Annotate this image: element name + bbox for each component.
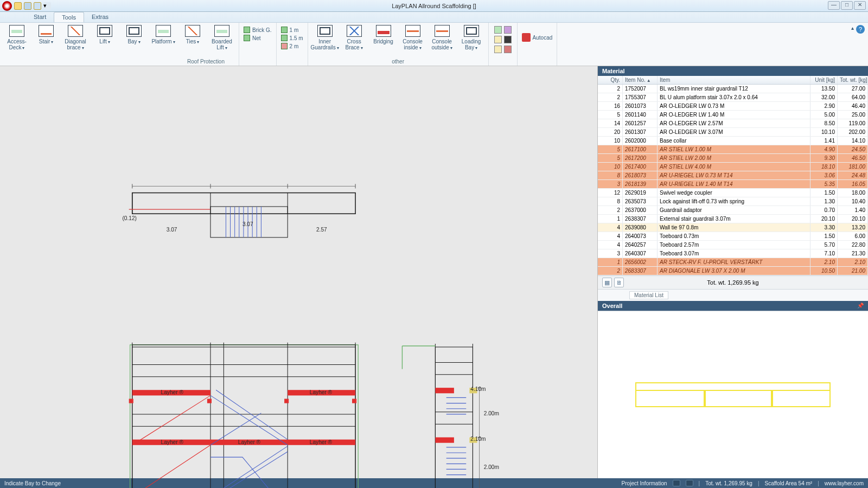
status-url[interactable]: www.layher.com	[825, 480, 864, 486]
plus-icon	[244, 35, 250, 41]
table-row[interactable]: 32618139AR U-RIEGEL LW 1.40 M T145.3516.…	[598, 180, 868, 189]
table-row[interactable]: 42640073Toeboard 0.73m1.506.00	[598, 232, 868, 241]
swatch-yellow2[interactable]	[494, 46, 502, 53]
minimize-button[interactable]: —	[828, 1, 840, 10]
table-row[interactable]: 202601307AR O-LEDGER LW 3.07M10.10202.00	[598, 128, 868, 137]
brick-g-button[interactable]: Brick G.	[242, 26, 273, 34]
col-unit[interactable]: Unit [kg]	[810, 76, 838, 84]
swatch-purple[interactable]	[504, 26, 512, 34]
overall-body[interactable]	[598, 311, 868, 478]
material-list-chip[interactable]: Material List	[629, 291, 668, 299]
tab-tools[interactable]: Tools	[54, 12, 84, 22]
ribbon-group-autocad: Autocad	[518, 23, 558, 66]
ribbon-group-roof: Access-DeckStairDiagonalbraceLiftBayPlat…	[0, 23, 239, 66]
table-row[interactable]: 102602000Base collar1.4114.10	[598, 137, 868, 145]
ribbon-bay[interactable]: Bay	[120, 24, 148, 57]
qat-dropdown-icon[interactable]: ▾	[43, 2, 51, 10]
close-button[interactable]: ✕	[854, 1, 866, 10]
ribbon-console-inside[interactable]: Consoleinside	[399, 24, 426, 57]
table-row[interactable]: 32640307Toeboard 3.07m7.1021.30	[598, 249, 868, 258]
col-qty[interactable]: Qty.	[598, 76, 623, 84]
swatch-green[interactable]	[494, 26, 502, 34]
ribbon-boarded-lift[interactable]: BoardedLift	[208, 24, 235, 57]
table-row[interactable]: 122629019Swivel wedge coupler1.5018.00	[598, 189, 868, 197]
help-icon[interactable]: ?	[856, 25, 865, 34]
table-row[interactable]: 21752007BL ws19mm inner stair guardrail …	[598, 85, 868, 93]
svg-rect-42	[129, 399, 133, 403]
table-row[interactable]: 12638307External stair guardrail 3.07m20…	[598, 215, 868, 223]
ribbon-console-outside[interactable]: Consoleoutside	[429, 24, 456, 57]
ribbon-group-label: Roof Protection	[187, 57, 225, 66]
swatch-black[interactable]	[504, 36, 512, 43]
pin-icon[interactable]: 📌	[857, 303, 864, 309]
material-header[interactable]: Qty. Item No.▲ Item Unit [kg] Tot. wt. […	[598, 76, 868, 85]
length-1-5m[interactable]: 1.5 m	[280, 34, 304, 42]
col-item[interactable]: Item	[658, 76, 810, 84]
tab-extras[interactable]: Extras	[84, 12, 116, 22]
table-row[interactable]: 21755307BL U alum platform stair 3.07x 2…	[598, 93, 868, 102]
app-icon[interactable]	[2, 1, 12, 11]
table-row[interactable]: 52617100AR STIEL LW 1.00 M4.9024.50	[598, 145, 868, 154]
tab-start[interactable]: Start	[26, 12, 54, 22]
length-1m[interactable]: 1 m	[280, 26, 304, 34]
table-row[interactable]: 42640257Toeboard 2.57m5.7022.80	[598, 241, 868, 249]
ribbon-loading-bay[interactable]: LoadingBay	[458, 24, 485, 57]
ribbon-bridging[interactable]: Bridging	[370, 24, 397, 57]
ribbon-inner-guardrails[interactable]: InnerGuardrails	[311, 24, 339, 57]
frame-icon	[97, 25, 112, 37]
autocad-button[interactable]: Autocad	[521, 33, 554, 42]
table-row[interactable]: 52601140AR O-LEDGER LW 1.40 M5.0025.00	[598, 111, 868, 119]
qat-save-icon[interactable]	[24, 2, 31, 10]
main-area: (0.12) 3.07 3.07 2.57	[0, 66, 868, 478]
status-area: Scaffold Area 54 m²	[764, 480, 812, 486]
swatch-yellow[interactable]	[494, 36, 502, 43]
ribbon-stair[interactable]: Stair	[33, 24, 60, 57]
length-2m[interactable]: 2 m	[280, 42, 304, 50]
maximize-button[interactable]: □	[841, 1, 853, 10]
table-row[interactable]: 22637000Guardrail adaptor0.701.40	[598, 206, 868, 215]
svg-rect-58	[435, 347, 473, 488]
qat-open-icon[interactable]	[14, 2, 22, 10]
export-table-icon[interactable]: ▦	[602, 278, 612, 287]
table-row[interactable]: 42639080Wall tie 97 0.8m3.3013.20	[598, 223, 868, 232]
deck-icon	[156, 25, 171, 37]
table-row[interactable]: 162601073AR O-LEDGER LW 0.73 M2.9046.40	[598, 102, 868, 111]
ribbon-access-deck[interactable]: Access-Deck	[3, 24, 30, 57]
material-table[interactable]: Qty. Item No.▲ Item Unit [kg] Tot. wt. […	[598, 76, 868, 275]
project-info-button[interactable]: Project Information	[622, 480, 667, 486]
window-title: LayPLAN Allround Scaffolding []	[392, 3, 476, 9]
col-itemno[interactable]: Item No.▲	[623, 76, 658, 84]
export-doc-icon[interactable]: 🗎	[614, 278, 624, 287]
svg-text:3.07: 3.07	[242, 221, 253, 227]
ribbon-collapse-icon[interactable]: ▴	[851, 25, 854, 31]
table-row[interactable]: 22683307AR DIAGONALE LW 3.07 X 2.00 M10.…	[598, 267, 868, 275]
col-tot[interactable]: Tot. wt. [kg]	[838, 76, 868, 84]
deck-icon	[9, 25, 24, 37]
table-row[interactable]: 82635073Lock against lift-off 0.73 with …	[598, 197, 868, 206]
ribbon-lift[interactable]: Lift	[91, 24, 118, 57]
drawing-canvas[interactable]: (0.12) 3.07 3.07 2.57	[0, 66, 598, 478]
table-row[interactable]: 52617200AR STIEL LW 2.00 M9.3046.50	[598, 154, 868, 163]
swatch-red[interactable]	[504, 46, 512, 53]
status-chip-icon[interactable]	[686, 480, 693, 486]
svg-text:Layher ®: Layher ®	[238, 439, 261, 445]
svg-text:Layher ®: Layher ®	[310, 439, 333, 445]
ribbon-cross-brace[interactable]: CrossBrace	[341, 24, 368, 57]
ribbon-diagonal-brace[interactable]: Diagonalbrace	[62, 24, 89, 57]
table-row[interactable]: 142601257AR O-LEDGER LW 2.57M8.50119.00	[598, 119, 868, 128]
material-list-tab: Material List	[598, 289, 868, 301]
qat-undo-icon[interactable]	[34, 2, 41, 10]
svg-rect-70	[435, 438, 454, 443]
table-row[interactable]: 12656002AR STECK-RV F. U-PROFIL VERSTÄRK…	[598, 258, 868, 267]
svg-text:2.10m: 2.10m	[470, 436, 486, 442]
status-chip-icon[interactable]	[673, 480, 680, 486]
ribbon-group-swatches	[489, 23, 518, 66]
ribbon-ties[interactable]: Ties	[179, 24, 206, 57]
ribbon-tabs: Start Tools Extras	[0, 12, 868, 23]
frame-icon	[126, 25, 142, 37]
table-row[interactable]: 102617400AR STIEL LW 4.00 M18.10181.00	[598, 163, 868, 171]
table-row[interactable]: 82618073AR U-RIEGEL LW 0.73 M T143.0624.…	[598, 171, 868, 180]
ribbon-platform[interactable]: Platform	[150, 24, 177, 57]
net-button[interactable]: Net	[242, 34, 273, 42]
autocad-icon	[522, 33, 531, 42]
